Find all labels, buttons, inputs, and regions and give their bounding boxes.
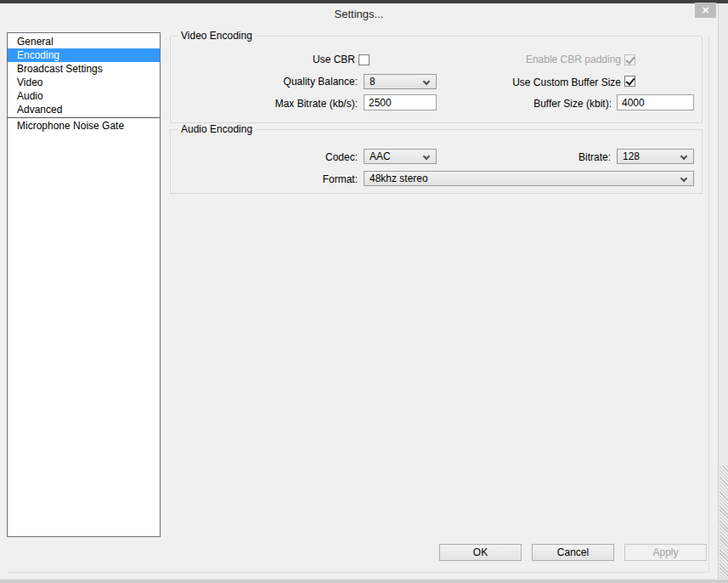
sidebar-item-microphone-noise-gate[interactable]: Microphone Noise Gate bbox=[8, 119, 160, 133]
buffer-size-input[interactable] bbox=[617, 94, 694, 110]
sidebar-item-audio[interactable]: Audio bbox=[8, 89, 160, 103]
background-window-edge bbox=[718, 3, 728, 579]
use-custom-buffer-size-checkbox[interactable] bbox=[624, 76, 635, 87]
use-cbr-checkbox[interactable] bbox=[358, 54, 370, 65]
format-dropdown[interactable]: 48khz stereo bbox=[364, 171, 694, 186]
chevron-down-icon bbox=[680, 153, 687, 160]
use-cbr-label: Use CBR bbox=[202, 54, 355, 65]
use-custom-buffer-size-label: Use Custom Buffer Size bbox=[426, 76, 621, 88]
chevron-down-icon bbox=[680, 175, 687, 182]
codec-value: AAC bbox=[370, 150, 391, 163]
close-icon: ✕ bbox=[702, 5, 709, 15]
window-title: Settings... bbox=[0, 3, 718, 25]
ok-button[interactable]: OK bbox=[439, 544, 522, 561]
settings-category-list: General Encoding Broadcast Settings Vide… bbox=[7, 32, 161, 537]
bitrate-dropdown[interactable]: 128 bbox=[617, 149, 694, 164]
max-bitrate-input[interactable] bbox=[364, 94, 437, 110]
enable-cbr-padding-label: Enable CBR padding bbox=[426, 54, 621, 65]
desktop-edge-bottom bbox=[0, 579, 728, 583]
format-value: 48khz stereo bbox=[370, 172, 428, 185]
sidebar-item-broadcast-settings[interactable]: Broadcast Settings bbox=[8, 62, 160, 76]
chevron-down-icon bbox=[423, 153, 430, 160]
resize-grip bbox=[720, 466, 728, 579]
cancel-button[interactable]: Cancel bbox=[532, 544, 614, 561]
format-label: Format: bbox=[205, 173, 358, 185]
max-bitrate-label: Max Bitrate (kb/s): bbox=[205, 98, 358, 110]
quality-balance-label: Quality Balance: bbox=[205, 76, 358, 88]
apply-button: Apply bbox=[624, 544, 707, 561]
enable-cbr-padding-checkbox bbox=[624, 54, 635, 65]
buffer-size-label: Buffer Size (kbit): bbox=[459, 98, 612, 110]
sidebar-item-encoding[interactable]: Encoding bbox=[8, 48, 160, 62]
settings-dialog: Settings... ✕ General Encoding Broadcast… bbox=[0, 3, 718, 579]
video-encoding-group-title: Video Encoding bbox=[178, 30, 256, 42]
sidebar-item-video[interactable]: Video bbox=[8, 76, 160, 89]
sidebar-item-general[interactable]: General bbox=[8, 35, 160, 48]
bitrate-value: 128 bbox=[623, 150, 640, 163]
bitrate-label: Bitrate: bbox=[458, 151, 611, 163]
sidebar-item-advanced[interactable]: Advanced bbox=[8, 103, 160, 116]
quality-balance-value: 8 bbox=[370, 75, 375, 88]
codec-label: Codec: bbox=[205, 151, 358, 163]
close-button[interactable]: ✕ bbox=[695, 3, 716, 18]
codec-dropdown[interactable]: AAC bbox=[364, 149, 437, 164]
audio-encoding-group-title: Audio Encoding bbox=[178, 123, 256, 135]
title-bar[interactable]: Settings... ✕ bbox=[0, 3, 718, 25]
